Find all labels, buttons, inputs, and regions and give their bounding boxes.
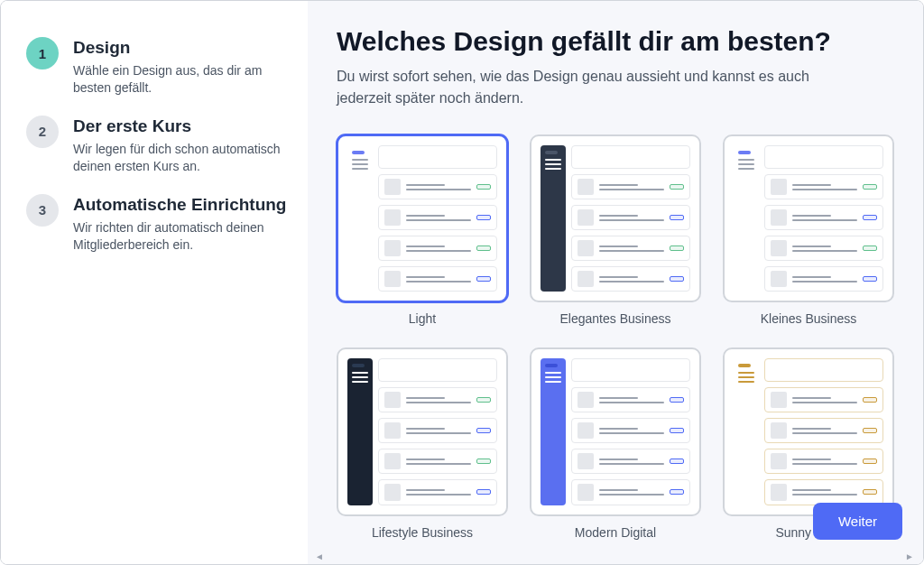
preview-content	[571, 358, 690, 505]
theme-preview[interactable]	[723, 134, 894, 302]
theme-preview[interactable]	[337, 134, 508, 302]
step-title: Automatische Einrichtung	[73, 194, 290, 216]
step-number: 3	[26, 194, 59, 227]
theme-label: Elegantes Business	[560, 311, 671, 326]
preview-content	[571, 145, 690, 292]
theme-preview[interactable]	[530, 347, 701, 515]
theme-card-elegantes-business[interactable]: Elegantes Business	[530, 134, 701, 326]
preview-sidebar	[734, 145, 759, 292]
preview-sidebar	[541, 358, 566, 505]
theme-label: Modern Digital	[575, 525, 656, 540]
themes-grid: LightElegantes BusinessKleines BusinessL…	[337, 134, 894, 540]
step-desc: Wähle ein Design aus, das dir am besten …	[73, 62, 290, 97]
page-title: Welches Design gefällt dir am besten?	[337, 26, 894, 57]
theme-card-light[interactable]: Light	[337, 134, 508, 326]
theme-label: Light	[409, 311, 436, 326]
wizard-step-2: 2 Der erste Kurs Wir legen für dich scho…	[26, 116, 290, 176]
wizard-sidebar: 1 Design Wähle ein Design aus, das dir a…	[1, 1, 308, 564]
theme-label: Kleines Business	[761, 311, 857, 326]
preview-content	[378, 358, 497, 505]
wizard-step-3: 3 Automatische Einrichtung Wir richten d…	[26, 194, 290, 255]
preview-content	[764, 358, 883, 505]
step-title: Design	[73, 37, 290, 59]
step-desc: Wir richten dir automatisch deinen Mitgl…	[73, 219, 290, 255]
step-title: Der erste Kurs	[73, 116, 290, 137]
theme-card-kleines-business[interactable]: Kleines Business	[723, 134, 894, 326]
theme-card-modern-digital[interactable]: Modern Digital	[530, 347, 701, 539]
preview-sidebar	[541, 145, 566, 292]
continue-button[interactable]: Weiter	[813, 503, 902, 540]
step-number: 1	[26, 37, 59, 69]
preview-sidebar	[347, 145, 373, 292]
step-number: 2	[26, 116, 59, 148]
preview-sidebar	[734, 358, 759, 505]
theme-preview[interactable]	[337, 347, 508, 515]
step-desc: Wir legen für dich schon automatisch dei…	[73, 141, 290, 176]
main-content: Welches Design gefällt dir am besten? Du…	[308, 1, 923, 564]
theme-card-lifestyle-business[interactable]: Lifestyle Business	[337, 347, 508, 539]
theme-preview[interactable]	[723, 347, 894, 515]
wizard-step-1: 1 Design Wähle ein Design aus, das dir a…	[26, 37, 290, 97]
preview-sidebar	[347, 358, 373, 505]
theme-label: Lifestyle Business	[372, 525, 473, 540]
preview-content	[764, 145, 883, 292]
page-subtitle: Du wirst sofort sehen, wie das Design ge…	[337, 66, 842, 109]
preview-content	[378, 145, 497, 292]
theme-preview[interactable]	[530, 134, 701, 302]
